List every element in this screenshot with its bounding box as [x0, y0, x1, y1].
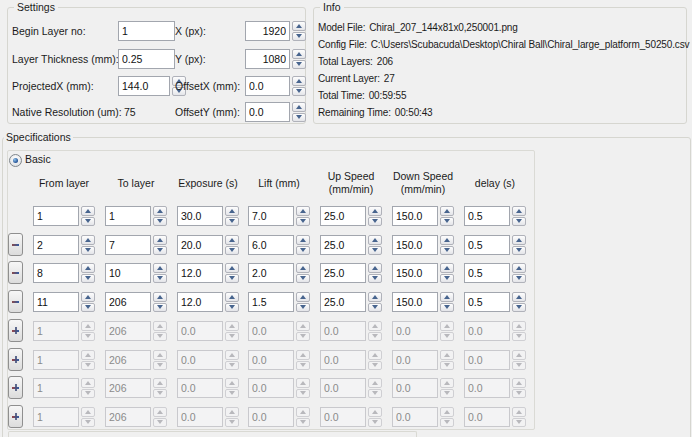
spin-up-button[interactable] [153, 263, 167, 273]
spin-down-button[interactable] [368, 274, 382, 284]
delay-input-row3[interactable] [464, 263, 510, 283]
to-layer-input-row5 [105, 321, 151, 341]
spin-down-button[interactable] [153, 303, 167, 313]
from-layer-input-row1[interactable] [33, 206, 79, 226]
spin-down-button[interactable] [440, 217, 454, 227]
down-speed-input-row2[interactable] [392, 235, 438, 255]
down-speed-input-row1[interactable] [392, 206, 438, 226]
spin-down-button[interactable] [81, 217, 95, 227]
spin-up-button[interactable] [81, 235, 95, 245]
spin-down-button[interactable] [81, 303, 95, 313]
from-layer-input-row3[interactable] [33, 263, 79, 283]
add-row-button[interactable] [8, 319, 23, 342]
spin-down-button[interactable] [225, 246, 239, 256]
spin-up-button[interactable] [440, 235, 454, 245]
spin-up-button[interactable] [512, 206, 526, 216]
down-speed-spinbox-row2 [392, 235, 454, 255]
down-speed-input-row3[interactable] [392, 263, 438, 283]
to-layer-input-row4[interactable] [105, 292, 151, 312]
to-layer-input-row1[interactable] [105, 206, 151, 226]
spin-up-button[interactable] [225, 206, 239, 216]
spin-up-button [81, 378, 95, 388]
spin-up-button[interactable] [225, 263, 239, 273]
remove-row-button[interactable] [8, 290, 23, 313]
lift-input-row1[interactable] [248, 206, 294, 226]
spin-down-button[interactable] [368, 217, 382, 227]
lift-input-row3[interactable] [248, 263, 294, 283]
spin-down-button[interactable] [81, 274, 95, 284]
spin-up-button[interactable] [225, 292, 239, 302]
up-speed-input-row2[interactable] [320, 235, 366, 255]
spin-up-button[interactable] [440, 263, 454, 273]
spin-down-button[interactable] [225, 274, 239, 284]
spin-up-button[interactable] [512, 235, 526, 245]
spin-down-button[interactable] [153, 246, 167, 256]
spin-down-button[interactable] [296, 217, 310, 227]
lift-input-row7 [248, 378, 294, 398]
exposure-input-row3[interactable] [177, 263, 223, 283]
spin-up-button[interactable] [296, 235, 310, 245]
lift-input-row4[interactable] [248, 292, 294, 312]
lift-spinner-row5 [296, 321, 310, 341]
lift-input-row2[interactable] [248, 235, 294, 255]
spin-down-button [153, 389, 167, 399]
spin-up-button[interactable] [512, 292, 526, 302]
spin-down-button[interactable] [225, 217, 239, 227]
spin-down-button[interactable] [296, 303, 310, 313]
delay-input-row2[interactable] [464, 235, 510, 255]
spin-up-button[interactable] [512, 263, 526, 273]
to-layer-spinbox-row7 [105, 378, 167, 398]
spin-up-button[interactable] [440, 292, 454, 302]
down-speed-input-row4[interactable] [392, 292, 438, 312]
up-speed-input-row1[interactable] [320, 206, 366, 226]
spin-up-button[interactable] [296, 206, 310, 216]
spin-down-button[interactable] [512, 274, 526, 284]
from-layer-input-row4[interactable] [33, 292, 79, 312]
spin-up-button[interactable] [368, 206, 382, 216]
remove-row-button[interactable] [8, 261, 23, 284]
exposure-input-row4[interactable] [177, 292, 223, 312]
from-layer-input-row2[interactable] [33, 235, 79, 255]
add-row-button[interactable] [8, 405, 23, 428]
spin-down-button[interactable] [440, 303, 454, 313]
spin-down-button[interactable] [296, 246, 310, 256]
delay-input-row1[interactable] [464, 206, 510, 226]
spin-down-button[interactable] [512, 217, 526, 227]
spin-up-button[interactable] [81, 263, 95, 273]
add-row-button[interactable] [8, 348, 23, 371]
add-row-button[interactable] [8, 376, 23, 399]
spin-up-button[interactable] [153, 235, 167, 245]
spin-down-button[interactable] [368, 246, 382, 256]
up-speed-input-row3[interactable] [320, 263, 366, 283]
exposure-input-row1[interactable] [177, 206, 223, 226]
spin-down-button[interactable] [153, 217, 167, 227]
to-layer-spinner-row4 [153, 292, 167, 312]
spin-down-button[interactable] [440, 246, 454, 256]
spin-down-button[interactable] [512, 246, 526, 256]
spin-down-button[interactable] [368, 303, 382, 313]
spin-up-button[interactable] [153, 292, 167, 302]
spin-down-button[interactable] [296, 274, 310, 284]
spin-down-button[interactable] [81, 246, 95, 256]
spin-down-button [296, 418, 310, 428]
spin-up-button[interactable] [153, 206, 167, 216]
spin-up-button[interactable] [368, 263, 382, 273]
spin-up-button[interactable] [81, 292, 95, 302]
up-speed-input-row4[interactable] [320, 292, 366, 312]
spin-down-button[interactable] [225, 303, 239, 313]
to-layer-input-row2[interactable] [105, 235, 151, 255]
spin-up-button[interactable] [81, 206, 95, 216]
spin-down-button[interactable] [440, 274, 454, 284]
remove-row-button[interactable] [8, 233, 23, 256]
spin-down-button[interactable] [153, 274, 167, 284]
spin-up-button[interactable] [296, 292, 310, 302]
delay-input-row4[interactable] [464, 292, 510, 312]
spin-up-button[interactable] [296, 263, 310, 273]
exposure-input-row2[interactable] [177, 235, 223, 255]
spin-up-button[interactable] [368, 292, 382, 302]
spin-up-button[interactable] [440, 206, 454, 216]
spin-down-button[interactable] [512, 303, 526, 313]
spin-up-button[interactable] [225, 235, 239, 245]
to-layer-input-row3[interactable] [105, 263, 151, 283]
spin-up-button[interactable] [368, 235, 382, 245]
